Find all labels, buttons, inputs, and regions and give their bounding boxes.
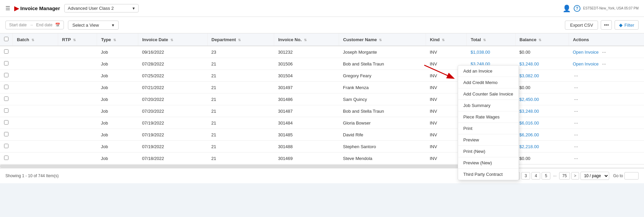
row-checkbox[interactable] <box>4 156 8 160</box>
row-more-button[interactable]: ··· <box>573 132 579 137</box>
row-checkbox[interactable] <box>4 120 8 125</box>
cell-type: Job <box>97 117 138 129</box>
cell-department: 21 <box>207 117 274 129</box>
cell-invoice_no: 301488 <box>274 141 339 153</box>
row-checkbox[interactable] <box>4 61 8 65</box>
header-right: 👤 ? EST5EDT-New_York, USA 05:07 PM <box>563 4 639 12</box>
cell-invoice_date: 09/16/2022 <box>138 46 207 58</box>
context-menu-item[interactable]: Add Credit Memo <box>458 77 519 88</box>
cell-customer_name: Sam Quincy <box>339 93 426 105</box>
row-more-button[interactable]: ··· <box>601 49 607 55</box>
start-date-label: Start date <box>9 23 27 27</box>
cell-invoice_date: 07/19/2022 <box>138 117 207 129</box>
context-menu-item[interactable]: Third Party Contract <box>458 169 519 180</box>
open-invoice-link[interactable]: Open Invoice <box>573 61 599 66</box>
row-checkbox-cell <box>0 93 13 105</box>
cell-actions: ··· <box>569 117 644 129</box>
cell-balance: $3,248.00 <box>515 58 569 70</box>
row-checkbox[interactable] <box>4 85 8 89</box>
app-selector-dropdown[interactable]: Advanced User Class 2 ▾ <box>64 4 139 12</box>
row-more-button[interactable]: ··· <box>573 144 579 149</box>
cell-invoice_no: 301497 <box>274 82 339 93</box>
cell-invoice_date: 07/25/2022 <box>138 70 207 82</box>
row-more-button[interactable]: ··· <box>573 120 579 126</box>
cell-invoice_no: 301232 <box>274 46 339 58</box>
toolbar-left: Start date → End date 📅 Select a View ▾ <box>5 21 119 30</box>
context-menu-item[interactable]: Preview <box>458 134 519 146</box>
export-csv-button[interactable]: Export CSV <box>565 21 598 30</box>
cell-balance: $0.00 <box>515 46 569 58</box>
col-header-type[interactable]: Type ⇅ <box>97 33 138 46</box>
horizontal-scrollbar[interactable] <box>0 164 644 168</box>
row-more-button[interactable]: ··· <box>573 85 579 90</box>
row-more-button[interactable]: ··· <box>573 156 579 161</box>
cell-type: Job <box>97 70 138 82</box>
cell-customer_name: Gregory Feary <box>339 70 426 82</box>
cell-actions: ··· <box>569 105 644 117</box>
user-profile-icon[interactable]: 👤 <box>563 4 571 12</box>
cell-actions: Open Invoice··· <box>569 46 644 58</box>
row-checkbox-cell <box>0 117 13 129</box>
cell-batch <box>13 129 58 141</box>
hamburger-menu-icon[interactable]: ☰ <box>5 5 10 11</box>
cell-type: Job <box>97 153 138 164</box>
row-more-button[interactable]: ··· <box>573 108 579 114</box>
cell-invoice_no: 301469 <box>274 153 339 164</box>
col-header-actions: Actions <box>569 33 644 46</box>
row-checkbox[interactable] <box>4 132 8 136</box>
row-checkbox[interactable] <box>4 49 8 54</box>
col-header-total[interactable]: Total ⇅ <box>467 33 515 46</box>
row-checkbox[interactable] <box>4 97 8 101</box>
col-header-invoice-date[interactable]: Invoice Date ⇅ <box>138 33 207 46</box>
cell-rtp <box>58 82 97 93</box>
app-selector-chevron-icon: ▾ <box>133 6 135 11</box>
cell-batch <box>13 58 58 70</box>
cell-actions: Open Invoice··· <box>569 58 644 70</box>
context-menu-item[interactable]: Add an Invoice <box>458 65 519 77</box>
col-header-kind[interactable]: Kind ⇅ <box>426 33 467 46</box>
cell-customer_name: Steve Mendola <box>339 153 426 164</box>
row-more-button[interactable]: ··· <box>573 97 579 102</box>
cell-batch <box>13 141 58 153</box>
next-page-button[interactable]: > <box>571 172 579 180</box>
context-menu-item[interactable]: Add Counter Sale Invoice <box>458 88 519 100</box>
sort-icon-kind: ⇅ <box>442 38 445 42</box>
cell-customer_name: Bob and Stella Traun <box>339 105 426 117</box>
view-selector-dropdown[interactable]: Select a View ▾ <box>68 21 119 30</box>
col-header-department[interactable]: Department ⇅ <box>207 33 274 46</box>
cell-type: Job <box>97 105 138 117</box>
context-menu-item[interactable]: Preview (New) <box>458 157 519 169</box>
row-checkbox[interactable] <box>4 144 8 148</box>
table-row: Job07/25/202221301504Gregory FearyINV$5,… <box>0 70 644 82</box>
row-checkbox[interactable] <box>4 73 8 77</box>
row-checkbox[interactable] <box>4 108 8 113</box>
open-invoice-link[interactable]: Open Invoice <box>573 50 599 55</box>
page-button-75[interactable]: 75 <box>559 172 570 180</box>
page-button-3[interactable]: 3 <box>521 172 530 180</box>
cell-actions: ··· <box>569 70 644 82</box>
row-more-button[interactable]: ··· <box>573 73 579 78</box>
col-header-balance[interactable]: Balance ⇅ <box>515 33 569 46</box>
table-row: Job07/19/202221301484Gloria BowserINV$6,… <box>0 117 644 129</box>
cell-rtp <box>58 141 97 153</box>
context-menu-item[interactable]: Print (New) <box>458 146 519 157</box>
context-menu-item[interactable]: Job Summary <box>458 100 519 111</box>
col-header-rtp[interactable]: RTP ⇅ <box>58 33 97 46</box>
date-range-picker[interactable]: Start date → End date 📅 <box>5 21 64 29</box>
col-header-invoice-no[interactable]: Invoice No. ⇅ <box>274 33 339 46</box>
select-all-checkbox-cell[interactable] <box>0 33 13 46</box>
help-icon[interactable]: ? <box>574 5 580 12</box>
row-more-button[interactable]: ··· <box>601 61 607 66</box>
page-button-4[interactable]: 4 <box>531 172 540 180</box>
goto-page-input[interactable] <box>624 172 639 180</box>
cell-type: Job <box>97 129 138 141</box>
col-header-customer-name[interactable]: Customer Name ⇅ <box>339 33 426 46</box>
select-all-checkbox[interactable] <box>4 37 8 41</box>
page-button-5[interactable]: 5 <box>542 172 550 180</box>
more-options-button[interactable]: ••• <box>601 20 612 30</box>
context-menu-item[interactable]: Print <box>458 123 519 134</box>
filter-button[interactable]: ◆ Filter <box>615 20 639 30</box>
per-page-selector[interactable]: 10 / page 25 / page 50 / page <box>580 172 609 180</box>
context-menu-item[interactable]: Piece Rate Wages <box>458 111 519 123</box>
col-header-batch[interactable]: Batch ⇅ <box>13 33 58 46</box>
